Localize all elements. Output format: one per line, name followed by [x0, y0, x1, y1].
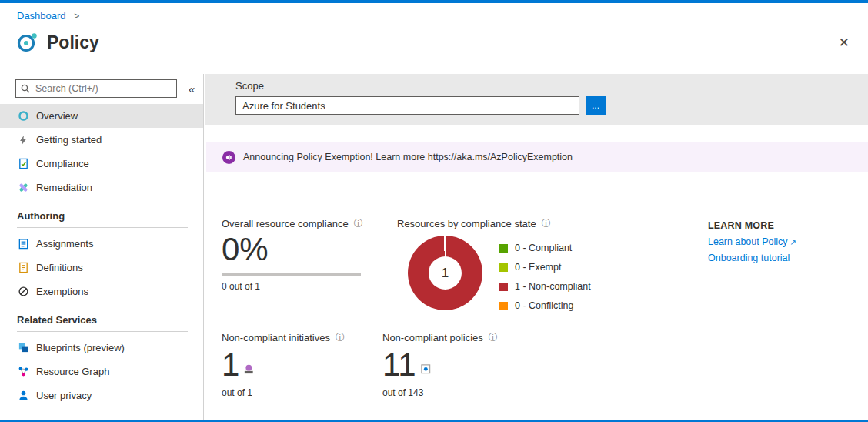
user-privacy-icon [17, 390, 29, 402]
compliance-icon [17, 158, 29, 170]
legend-label: 0 - Conflicting [515, 300, 573, 311]
search-box [15, 79, 177, 98]
sidebar-section-related-services: Related Services [17, 314, 188, 332]
info-icon[interactable]: ⓘ [489, 331, 498, 344]
megaphone-icon [222, 151, 235, 164]
sidebar-item-exemptions[interactable]: Exemptions [0, 280, 203, 303]
legend-item-compliant: 0 - Compliant [499, 243, 591, 253]
sidebar-item-blueprints[interactable]: Blueprints (preview) [0, 336, 203, 360]
policies-count: 11 [382, 348, 416, 382]
initiatives-title: Non-compliant initiatives [222, 332, 330, 343]
close-icon[interactable]: ✕ [834, 34, 854, 52]
initiatives-subtext: out of 1 [222, 387, 345, 398]
sidebar-item-label: User privacy [36, 390, 92, 401]
initiatives-count: 1 [222, 348, 239, 382]
legend-label: 0 - Compliant [515, 243, 572, 253]
banner-link[interactable]: https://aka.ms/AzPolicyExemption [428, 152, 573, 162]
info-icon[interactable]: ⓘ [336, 331, 345, 344]
legend-item-conflicting: 0 - Conflicting [499, 300, 591, 311]
learn-more-title: LEARN MORE [708, 220, 796, 231]
remediation-icon [17, 182, 29, 194]
info-icon[interactable]: ⓘ [542, 217, 551, 230]
policy-icon [15, 31, 38, 54]
scope-browse-button[interactable]: ... [586, 96, 606, 115]
top-accent-bar [0, 0, 868, 3]
learn-link-label: Onboarding tutorial [708, 253, 790, 263]
learn-more-card: LEARN MORE Learn about Policy↗ Onboardin… [708, 220, 796, 263]
learn-link-label: Learn about Policy [708, 236, 788, 247]
sidebar-item-label: Assignments [36, 238, 93, 250]
compliance-donut-chart[interactable]: 1 [408, 236, 482, 310]
sidebar-item-label: Blueprints (preview) [36, 342, 125, 353]
learn-about-policy-link[interactable]: Learn about Policy↗ [708, 236, 796, 247]
legend-item-exempt: 0 - Exempt [499, 262, 591, 273]
overall-compliance-subtext: 0 out of 1 [222, 281, 363, 292]
info-icon[interactable]: ⓘ [354, 217, 363, 230]
search-icon [21, 84, 30, 93]
definitions-icon [17, 262, 29, 274]
non-compliant-policies-card[interactable]: Non-compliant policies ⓘ 11 out of 143 [382, 331, 498, 398]
sidebar-item-label: Exemptions [36, 286, 88, 297]
page-title: Policy [47, 32, 99, 53]
banner-message: Announcing Policy Exemption! Learn more [243, 152, 425, 162]
exemptions-icon [17, 286, 29, 298]
sidebar-item-label: Definitions [36, 262, 83, 273]
legend-swatch [499, 263, 508, 272]
sidebar-item-label: Remediation [36, 182, 92, 193]
announcement-banner: Announcing Policy Exemption! Learn more … [206, 142, 868, 172]
sidebar-item-assignments[interactable]: Assignments [0, 232, 203, 256]
sidebar-item-remediation[interactable]: Remediation [0, 176, 203, 199]
legend-item-non-compliant: 1 - Non-compliant [499, 281, 591, 292]
sidebar-item-label: Compliance [36, 158, 89, 169]
compliance-progress-bar [222, 273, 361, 276]
legend-swatch [499, 283, 508, 291]
policies-title: Non-compliant policies [382, 332, 483, 343]
policy-count-icon [420, 363, 432, 375]
legend-swatch [499, 244, 508, 253]
compliance-state-card: Resources by compliance state ⓘ 1 0 - Co… [397, 217, 591, 320]
onboarding-tutorial-link[interactable]: Onboarding tutorial [708, 253, 796, 263]
sidebar-item-compliance[interactable]: Compliance [0, 152, 203, 176]
external-link-icon: ↗ [790, 238, 796, 246]
sidebar-item-label: Resource Graph [36, 366, 109, 377]
sidebar: « Overview Getting started Compliance [0, 74, 204, 420]
sidebar-item-label: Overview [36, 110, 78, 122]
legend-swatch [499, 302, 508, 310]
breadcrumb-separator-icon: > [74, 11, 79, 22]
sidebar-item-definitions[interactable]: Definitions [0, 256, 203, 280]
search-input[interactable] [15, 79, 177, 98]
scope-label: Scope [235, 80, 868, 92]
scope-input[interactable] [235, 96, 579, 115]
blueprints-icon [17, 342, 29, 354]
resource-graph-icon [17, 366, 29, 378]
sidebar-item-user-privacy[interactable]: User privacy [0, 383, 203, 407]
main-content: Scope ... Announcing Policy Exemption! L… [205, 74, 868, 420]
sidebar-item-resource-graph[interactable]: Resource Graph [0, 360, 203, 383]
breadcrumb: Dashboard > [17, 10, 79, 22]
sidebar-item-overview[interactable]: Overview [0, 104, 203, 128]
overall-compliance-card: Overall resource compliance ⓘ 0% 0 out o… [222, 217, 363, 292]
assignments-icon [17, 238, 29, 250]
sidebar-item-label: Getting started [36, 134, 102, 146]
getting-started-icon [17, 134, 29, 146]
compliance-state-title: Resources by compliance state [397, 218, 536, 229]
page-header: Policy [15, 31, 99, 54]
donut-center-value: 1 [429, 256, 462, 290]
sidebar-section-authoring: Authoring [17, 210, 188, 228]
sidebar-item-getting-started[interactable]: Getting started [0, 128, 203, 152]
legend-label: 1 - Non-compliant [515, 281, 591, 292]
collapse-sidebar-icon[interactable]: « [189, 82, 195, 95]
compliance-legend: 0 - Compliant 0 - Exempt 1 - Non-complia… [499, 243, 591, 320]
overall-compliance-title: Overall resource compliance [222, 218, 349, 229]
policies-subtext: out of 143 [382, 387, 498, 398]
scope-bar: Scope ... [205, 74, 868, 125]
overall-compliance-percent: 0% [222, 233, 363, 266]
non-compliant-initiatives-card[interactable]: Non-compliant initiatives ⓘ 1 out of 1 [222, 331, 345, 398]
legend-label: 0 - Exempt [515, 262, 561, 273]
initiative-icon [243, 363, 255, 375]
breadcrumb-link-dashboard[interactable]: Dashboard [17, 10, 66, 22]
overview-icon [17, 110, 29, 122]
